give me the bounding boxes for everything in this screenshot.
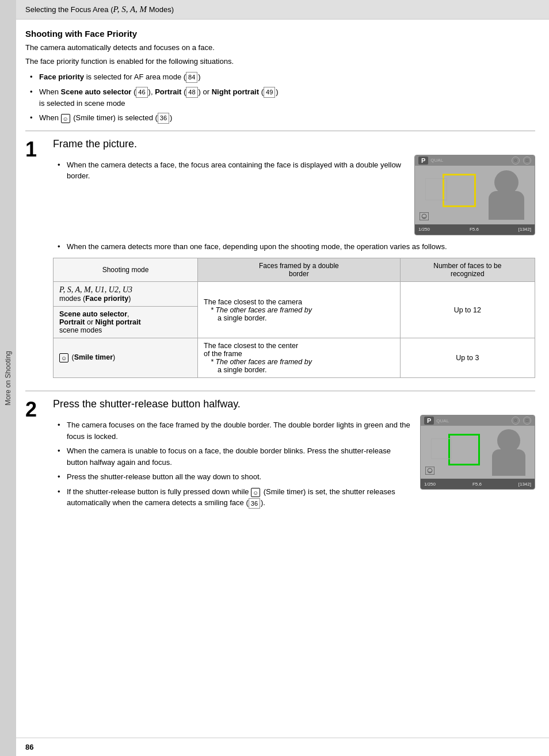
table-note1b: a single border. [218, 314, 266, 322]
step1-row: When the camera detects a face, the focu… [53, 155, 535, 235]
bullet-scene-modes: When Scene auto selector (46), Portrait … [30, 86, 535, 109]
cam2-exposure: [1342] [518, 482, 531, 487]
divider-1 [25, 131, 535, 131]
cam1-body-shape [489, 191, 524, 220]
cam2-aperture: F5.6 [472, 482, 482, 487]
mode3-bold: Smile timer [74, 354, 113, 362]
mode-label-psamodes: P, S, A, M, [59, 285, 93, 294]
mode-u-labels: U1, U2, U3 [95, 285, 132, 294]
intro-text-1: The camera automatically detects and foc… [25, 42, 535, 54]
table-cell-mode2: Scene auto selector, Portrait or Night p… [54, 307, 198, 338]
cam2-icons-right: ⊙ ⊡ [512, 417, 531, 425]
cam1-aperture: F5.6 [470, 227, 479, 232]
cam2-person [492, 429, 525, 476]
step1-bullet2-list: When the camera detects more than one fa… [58, 241, 535, 253]
table-note3: * The other faces are framed by [211, 358, 312, 366]
step1-bullet2: When the camera detects more than one fa… [58, 241, 535, 253]
cam1-qual-label: QUAL [430, 158, 443, 163]
table-cell-faces3: The face closest to the center of the fr… [198, 338, 401, 378]
step2-cols: The camera focuses on the face framed by… [53, 415, 535, 513]
main-content: Selecting the Focus Area (P, S, A, M Mod… [16, 0, 549, 756]
table-row-1: P, S, A, M, U1, U2, U3 modes (Face prior… [54, 282, 535, 307]
bullet2-prefix: When [39, 87, 61, 96]
cam2-smile-svg [425, 467, 434, 475]
table-row-3: ☺ (Smile timer) The face closest to the … [54, 338, 535, 378]
step2-text-col: The camera focuses on the face framed by… [53, 415, 411, 513]
cam1-speed: 1/250 [418, 227, 430, 232]
bullet2-ref2: 48 [186, 87, 197, 98]
svg-rect-0 [420, 212, 429, 220]
cam1-p-label: P [418, 156, 428, 165]
mode2-bold2: Portrait [59, 318, 85, 326]
side-tab: More on Shooting [0, 0, 16, 756]
cam1-bottom-bar: 1/250 F5.6 [1342] [415, 224, 535, 235]
bullet3-ref: 36 [158, 113, 169, 124]
cam1-bottom-icon [420, 212, 429, 222]
mode2-bold3: Night portrait [96, 318, 141, 326]
cam2-focus-box [448, 434, 480, 465]
cam2-body-shape [492, 449, 525, 476]
mode2-comma: , [127, 310, 129, 318]
step2-bullet2: When the camera is unable to focus on a … [58, 445, 411, 468]
cam1-focus-box [443, 174, 476, 207]
cam2-top-bar: P QUAL ⊙ ⊡ [421, 415, 535, 426]
cam2-bottom-icon [425, 467, 434, 476]
header-bar: Selecting the Focus Area (P, S, A, M Mod… [16, 0, 549, 20]
step2-title: Press the shutter-release button halfway… [53, 398, 535, 410]
cam1-icon1: ⊙ [512, 156, 520, 165]
table-cell-number1: Up to 12 [400, 282, 535, 338]
bullet2-bold3: Night portrait [212, 87, 259, 96]
divider-2 [25, 391, 535, 391]
cam1-face-box-secondary [425, 178, 447, 200]
header-text-prefix: Selecting the Focus Area ( [25, 5, 113, 14]
step2-bullet1: The camera focuses on the face framed by… [58, 419, 411, 442]
cam1-body [415, 166, 535, 224]
cam1-icon2: ⊡ [523, 156, 531, 165]
step1-content: Frame the picture. When the camera detec… [53, 138, 535, 384]
step2-content: Press the shutter-release button halfway… [53, 398, 535, 513]
bullet2-bold2: Portrait [155, 87, 181, 96]
step1-number: 1 [25, 139, 48, 384]
camera-display-2: P QUAL ⊙ ⊡ [420, 415, 535, 490]
smile-icon: ☺ [61, 114, 70, 123]
table-note1: * The other faces are framed by [211, 306, 312, 314]
bullet2-ref1: 46 [136, 87, 147, 98]
mode-label-suffix: modes ( [59, 295, 85, 303]
bullet2-suffix: is selected in scene mode [39, 99, 125, 108]
intro-text-2: The face priority function is enabled fo… [25, 56, 535, 67]
section-title: Shooting with Face Priority [25, 29, 535, 39]
camera-display-1: P QUAL ⊙ ⊡ [414, 155, 535, 235]
mode2-suffix: scene modes [59, 326, 102, 334]
table-cell-mode3: ☺ (Smile timer) [54, 338, 198, 378]
feature-bullets: Face priority is selected for AF area mo… [30, 71, 535, 124]
bullet-face-priority: Face priority is selected for AF area mo… [30, 71, 535, 83]
cam1-person [489, 170, 524, 220]
bullet1-text: is selected for AF area mode ( [86, 72, 186, 81]
mode3-close: ) [113, 354, 115, 362]
svg-rect-2 [425, 467, 434, 475]
page-container: More on Shooting Selecting the Focus Are… [0, 0, 549, 756]
cam2-icon1: ⊙ [512, 417, 520, 425]
bullet2-ref3: 49 [264, 87, 275, 98]
content-area: Shooting with Face Priority The camera a… [16, 20, 549, 738]
mode2-or: or [85, 318, 95, 326]
table-cell-number3: Up to 3 [400, 338, 535, 378]
table-cell-mode1: P, S, A, M, U1, U2, U3 modes (Face prior… [54, 282, 198, 307]
table-header-number: Number of faces to berecognized [400, 258, 535, 282]
faces-table: Shooting mode Faces framed by a doublebo… [53, 258, 535, 378]
bullet3-prefix: When [39, 113, 61, 122]
cam2-body [421, 426, 535, 479]
side-tab-label: More on Shooting [4, 351, 12, 406]
step1-title: Frame the picture. [53, 138, 535, 150]
step2-bullet4: If the shutter-release button is fully p… [58, 486, 411, 509]
step2-smile-icon: ☺ [251, 488, 260, 497]
step2-number: 2 [25, 399, 48, 513]
table-note3b: a single border. [218, 366, 266, 374]
cam2-head [497, 429, 520, 452]
cam1-smile-svg [420, 212, 429, 220]
cam1-exposure: [1342] [518, 227, 531, 232]
step1-container: 1 Frame the picture. When the camera det… [25, 138, 535, 384]
step2-ref: 36 [249, 498, 260, 509]
step2-bullet3: Press the shutter-release button all the… [58, 471, 411, 483]
cam2-speed: 1/250 [424, 482, 436, 487]
